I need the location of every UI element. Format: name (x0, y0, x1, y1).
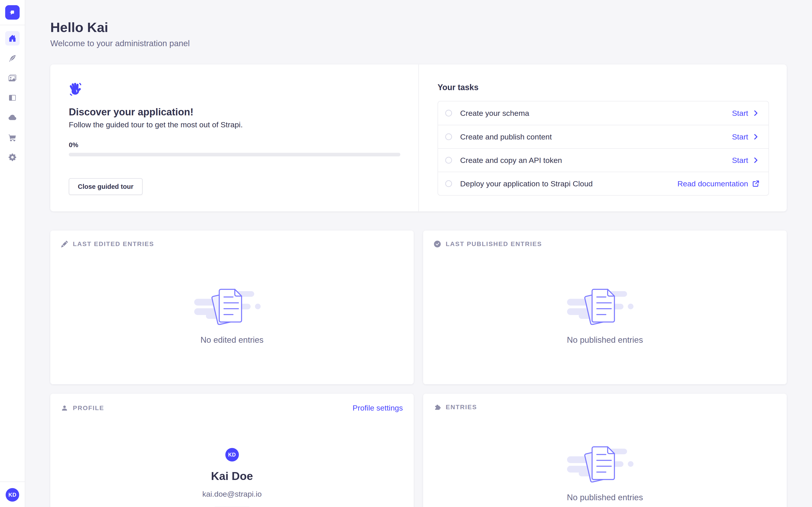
sidebar: KD (0, 0, 25, 507)
task-action-label: Start (732, 132, 748, 141)
widget-title: ENTRIES (446, 404, 477, 411)
task-radio[interactable] (445, 133, 452, 140)
empty-state: No published entries (434, 445, 776, 502)
main-content: Hello Kai Welcome to your administration… (25, 0, 812, 507)
widget-header: LAST EDITED ENTRIES (61, 240, 403, 248)
close-guided-tour-button[interactable]: Close guided tour (69, 178, 143, 195)
sidebar-item-content-type-builder[interactable] (5, 91, 19, 105)
strapi-logo-glyph (8, 8, 17, 17)
sidebar-footer: KD (0, 482, 25, 507)
entries-widget: ENTRIES (423, 394, 787, 507)
sidebar-item-marketplace[interactable] (5, 130, 19, 145)
widget-header: ENTRIES (434, 404, 776, 411)
chevron-right-icon (752, 133, 759, 140)
profile-widget: PROFILE Profile settings KD Kai Doe kai.… (50, 394, 414, 507)
empty-state: No edited entries (61, 287, 403, 345)
page-subtitle: Welcome to your administration panel (50, 39, 812, 48)
last-edited-entries-widget: LAST EDITED ENTRIES (50, 230, 414, 384)
task-row: Create your schema Start (438, 101, 768, 125)
sidebar-item-media-library[interactable] (5, 71, 19, 85)
strapi-logo-icon[interactable] (5, 5, 19, 19)
widget-header: PROFILE Profile settings (61, 404, 403, 412)
task-label: Create and copy an API token (460, 156, 562, 165)
pencil-icon (61, 241, 68, 247)
guided-tour-description: Follow the guided tour to get the most o… (69, 120, 400, 129)
profile-avatar: KD (225, 448, 239, 461)
person-icon (61, 405, 68, 411)
profile-email: kai.doe@strapi.io (202, 490, 262, 498)
task-action-label: Start (732, 109, 748, 118)
user-avatar[interactable]: KD (6, 488, 19, 502)
page-title: Hello Kai (50, 19, 812, 35)
guided-tour-intro: Discover your application! Follow the gu… (50, 64, 418, 211)
task-label: Deploy your application to Strapi Cloud (460, 179, 593, 188)
home-icon (9, 35, 16, 42)
your-tasks-title: Your tasks (438, 83, 769, 92)
sidebar-nav (5, 31, 19, 482)
task-radio[interactable] (445, 157, 452, 164)
your-tasks-section: Your tasks Create your schema Start Crea… (418, 64, 787, 211)
progress-bar (69, 153, 400, 156)
task-start-link[interactable]: Start (732, 109, 759, 118)
documents-illustration-icon (194, 287, 270, 325)
feather-icon (9, 54, 16, 62)
waving-hand-icon (69, 82, 400, 97)
task-start-link[interactable]: Start (732, 156, 759, 165)
task-row: Create and publish content Start (438, 125, 768, 148)
sidebar-item-deploy[interactable] (5, 110, 19, 125)
widgets-row-2: PROFILE Profile settings KD Kai Doe kai.… (50, 394, 787, 507)
cart-icon (9, 133, 16, 141)
chevron-right-icon (752, 110, 759, 117)
task-label: Create your schema (460, 109, 529, 118)
layout-icon (9, 94, 16, 102)
task-label: Create and publish content (460, 132, 552, 141)
task-row: Create and copy an API token Start (438, 148, 768, 172)
guided-tour-card: Discover your application! Follow the gu… (50, 64, 787, 211)
chevron-right-icon (752, 157, 759, 164)
task-list: Create your schema Start Create and publ… (438, 101, 769, 195)
task-read-documentation-link[interactable]: Read documentation (677, 179, 759, 188)
last-published-entries-widget: LAST PUBLISHED ENTRIES (423, 230, 787, 384)
widgets-row-1: LAST EDITED ENTRIES (50, 230, 787, 384)
guided-tour-title: Discover your application! (69, 106, 400, 118)
puzzle-icon (434, 404, 441, 410)
logo-section (0, 0, 25, 25)
task-radio[interactable] (445, 180, 452, 187)
widget-title: PROFILE (73, 404, 104, 412)
empty-state-text: No published entries (567, 493, 643, 502)
task-action-label: Read documentation (677, 179, 748, 188)
profile-body: KD Kai Doe kai.doe@strapi.io (61, 448, 403, 507)
sidebar-item-settings[interactable] (5, 150, 19, 165)
empty-state-text: No edited entries (201, 335, 264, 345)
task-row: Deploy your application to Strapi Cloud … (438, 172, 768, 195)
task-radio[interactable] (445, 110, 452, 116)
profile-name: Kai Doe (211, 469, 253, 483)
task-start-link[interactable]: Start (732, 132, 759, 141)
gear-icon (9, 154, 16, 161)
external-link-icon (752, 180, 759, 187)
documents-illustration-icon (567, 445, 643, 483)
cloud-icon (9, 114, 16, 121)
widget-title: LAST PUBLISHED ENTRIES (446, 240, 542, 248)
documents-illustration-icon (567, 287, 643, 325)
sidebar-item-home[interactable] (5, 31, 19, 46)
profile-settings-link[interactable]: Profile settings (353, 404, 403, 412)
empty-state-text: No published entries (567, 335, 643, 345)
widget-header: LAST PUBLISHED ENTRIES (434, 240, 776, 248)
sidebar-item-content-manager[interactable] (5, 51, 19, 65)
media-library-icon (9, 74, 16, 82)
check-circle-icon (434, 241, 441, 247)
progress-percent-label: 0% (69, 141, 400, 149)
page-header: Hello Kai Welcome to your administration… (50, 19, 812, 48)
empty-state: No published entries (434, 287, 776, 345)
widget-title: LAST EDITED ENTRIES (73, 240, 154, 248)
task-action-label: Start (732, 156, 748, 165)
